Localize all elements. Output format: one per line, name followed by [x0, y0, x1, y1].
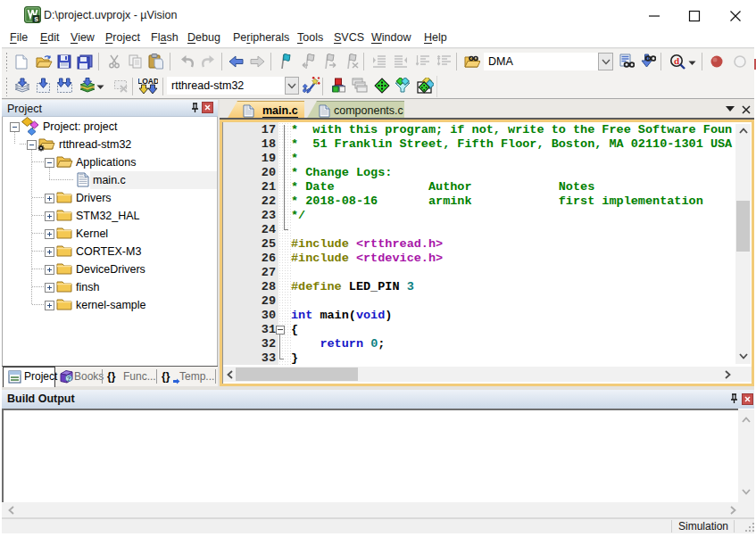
svg-text:LOAD: LOAD	[138, 77, 158, 86]
svg-text:?: ?	[67, 375, 71, 383]
svg-text:s: s	[34, 14, 38, 23]
svg-text:d: d	[674, 55, 679, 66]
